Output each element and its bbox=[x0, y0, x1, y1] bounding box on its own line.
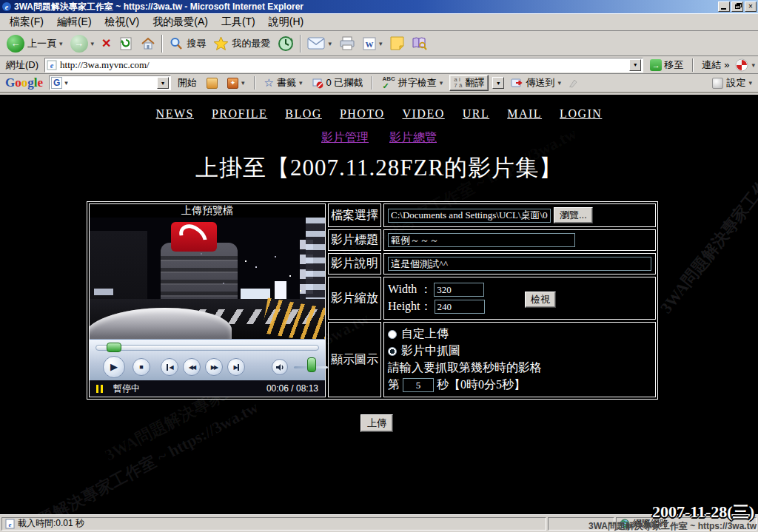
google-translate-button[interactable]: a i7 ā 翻譯 bbox=[449, 75, 489, 91]
nav-news[interactable]: NEWS bbox=[156, 107, 194, 121]
refresh-button[interactable] bbox=[115, 33, 137, 55]
minimize-button[interactable] bbox=[718, 1, 730, 12]
video-title-label: 影片標題 bbox=[328, 229, 381, 251]
volume-thumb[interactable] bbox=[307, 357, 316, 372]
upload-form-table: 上傳預覽檔 bbox=[87, 201, 658, 400]
acrobat-dropdown-icon[interactable]: ▾ bbox=[751, 61, 755, 69]
height-input[interactable] bbox=[435, 300, 485, 314]
nav-photo[interactable]: PHOTO bbox=[340, 107, 385, 121]
address-dropdown-icon[interactable]: ▾ bbox=[629, 59, 641, 71]
mail-button[interactable]: ▾ bbox=[303, 33, 335, 55]
notes-button[interactable] bbox=[386, 33, 408, 55]
menu-help[interactable]: 說明(H) bbox=[262, 14, 310, 30]
menu-tools[interactable]: 工具(T) bbox=[215, 14, 262, 30]
forward-button[interactable]: → ▾ bbox=[67, 33, 98, 55]
address-url[interactable]: http://3wa.myvnc.com/ bbox=[60, 59, 626, 71]
history-button[interactable] bbox=[274, 33, 298, 55]
stop-button[interactable]: ✕ bbox=[98, 33, 115, 55]
svg-text:e: e bbox=[5, 3, 9, 11]
browse-button[interactable]: 瀏覽... bbox=[554, 207, 593, 223]
google-search-dropdown-icon[interactable]: ▾ bbox=[157, 77, 169, 89]
mute-button[interactable] bbox=[272, 359, 288, 375]
google-popup-blocker-button[interactable]: 0 已攔截 bbox=[309, 75, 366, 90]
back-dropdown-icon[interactable]: ▾ bbox=[59, 40, 63, 47]
menu-view[interactable]: 檢視(V) bbox=[98, 14, 147, 30]
forward-icon: → bbox=[70, 35, 88, 53]
custom-upload-radio[interactable] bbox=[388, 330, 397, 339]
translate-dropdown-icon[interactable]: ▾ bbox=[492, 77, 504, 89]
google-start-button[interactable]: 開始 bbox=[175, 75, 200, 90]
note-icon bbox=[390, 36, 404, 50]
toolbar-separator bbox=[300, 35, 301, 53]
previous-button[interactable]: ◀ bbox=[161, 358, 178, 376]
seconds-input[interactable] bbox=[403, 378, 434, 392]
video-desc-label: 影片說明 bbox=[328, 253, 381, 275]
links-chevron-icon: » bbox=[724, 59, 729, 70]
subnav-video-overview[interactable]: 影片總覽 bbox=[389, 130, 437, 146]
favorites-button[interactable]: 我的最愛 bbox=[209, 33, 274, 55]
seek-thumb[interactable] bbox=[107, 343, 121, 352]
forward-dropdown-icon[interactable]: ▾ bbox=[91, 40, 95, 47]
close-button[interactable]: × bbox=[745, 1, 757, 12]
video-preview[interactable] bbox=[90, 218, 325, 339]
settings-orb-icon bbox=[712, 78, 723, 89]
menu-file[interactable]: 檔案(F) bbox=[3, 14, 50, 30]
ie-window: e 3WA問題解決專家工作室 ~ https://3wa.tw - Micros… bbox=[0, 0, 758, 532]
seek-bar[interactable] bbox=[95, 345, 319, 351]
video-title-input[interactable] bbox=[388, 233, 575, 247]
highlighter-icon[interactable] bbox=[568, 78, 579, 89]
stop-playback-button[interactable]: ■ bbox=[133, 358, 150, 376]
print-button[interactable] bbox=[335, 33, 359, 55]
preview-button[interactable]: 檢視 bbox=[525, 292, 556, 308]
home-button[interactable] bbox=[137, 33, 159, 55]
width-input[interactable] bbox=[434, 283, 484, 297]
google-sendto-button[interactable]: 傳送到 ▾ bbox=[508, 75, 564, 90]
ie-logo-icon: e bbox=[1, 1, 12, 12]
window-title: 3WA問題解決專家工作室 ~ https://3wa.tw - Microsof… bbox=[14, 1, 718, 13]
word-dropdown-icon[interactable]: ▾ bbox=[379, 40, 383, 47]
google-settings-button[interactable]: 設定 ▾ bbox=[709, 75, 755, 90]
nav-url[interactable]: URL bbox=[463, 107, 490, 121]
google-g-icon: G bbox=[51, 77, 62, 89]
nav-profile[interactable]: PROFILE bbox=[212, 107, 267, 121]
printer-icon bbox=[339, 36, 355, 51]
go-button[interactable]: → 移至 bbox=[646, 58, 687, 73]
google-toolbar: Google G ▾ ▾ 開始 ✦ ▾ ☆ 書籤 ▾ 0 已攔截 bbox=[0, 74, 758, 93]
subnav-video-manage[interactable]: 影片管理 bbox=[321, 130, 369, 146]
svg-text:W: W bbox=[366, 39, 374, 48]
google-bookmarks-button[interactable]: ☆ 書籤 ▾ bbox=[261, 75, 306, 90]
research-button[interactable] bbox=[408, 33, 431, 55]
file-path-input[interactable] bbox=[388, 209, 551, 223]
upload-button[interactable]: 上傳 bbox=[360, 414, 393, 432]
rewind-button[interactable]: ◀◀ bbox=[183, 358, 201, 376]
menu-edit[interactable]: 編輯(E) bbox=[50, 14, 98, 30]
google-spellcheck-button[interactable]: ABC ✓ 拼字檢查 ▾ bbox=[379, 75, 446, 91]
video-desc-input[interactable] bbox=[388, 257, 651, 271]
links-button[interactable]: 連結 » bbox=[699, 58, 732, 72]
google-pagerank-icon bbox=[204, 77, 221, 90]
popup-blocker-icon bbox=[312, 78, 323, 89]
next-button[interactable]: ▶ bbox=[227, 358, 245, 376]
nav-login[interactable]: LOGIN bbox=[560, 107, 602, 121]
watermark-bottom-right: 3WA問題解決專家工作室 ~ https://3wa.tw bbox=[588, 520, 757, 532]
fast-forward-button[interactable]: ▶▶ bbox=[205, 358, 223, 376]
search-button[interactable]: 搜尋 bbox=[165, 33, 209, 55]
mail-envelope-icon bbox=[307, 37, 325, 50]
capture-frame-radio[interactable] bbox=[388, 347, 397, 356]
address-input[interactable]: e http://3wa.myvnc.com/ ▾ bbox=[44, 58, 643, 73]
restore-button[interactable] bbox=[731, 1, 743, 12]
acrobat-icon[interactable] bbox=[735, 58, 748, 72]
nav-video[interactable]: VIDEO bbox=[402, 107, 444, 121]
google-options-button[interactable]: ✦ ▾ bbox=[224, 77, 248, 90]
back-button[interactable]: ← 上一頁 ▾ bbox=[3, 33, 67, 55]
mail-dropdown-icon[interactable]: ▾ bbox=[328, 40, 332, 47]
google-search-input[interactable]: G ▾ ▾ bbox=[49, 75, 171, 90]
nav-blog[interactable]: BLOG bbox=[285, 107, 322, 121]
home-icon bbox=[141, 36, 155, 51]
play-button[interactable]: ▶ bbox=[103, 356, 125, 378]
status-page-icon: e bbox=[5, 519, 15, 529]
edit-with-word-button[interactable]: W ▾ bbox=[359, 33, 386, 55]
menu-favorites[interactable]: 我的最愛(A) bbox=[146, 14, 215, 30]
page-watermark: 3WA問題解決專家工作室 ~ https://3wa.tw bbox=[655, 95, 758, 318]
nav-mail[interactable]: MAIL bbox=[507, 107, 542, 121]
